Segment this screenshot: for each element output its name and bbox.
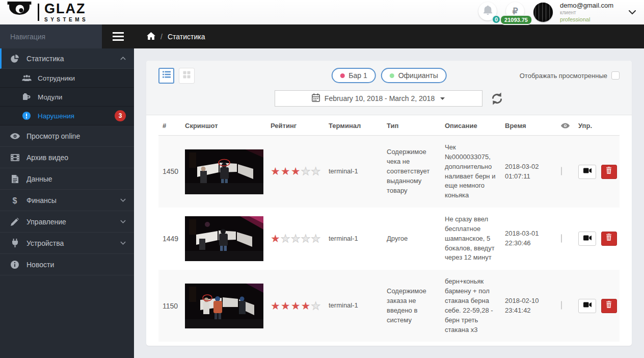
modules-icon [21, 93, 32, 100]
chevron-down-icon [120, 198, 126, 202]
sidebar-item-finances[interactable]: $ Финансы [0, 190, 134, 211]
rating-stars: ★★★★★ [271, 236, 321, 244]
breadcrumb-separator: / [160, 33, 163, 41]
violation-screenshot[interactable] [185, 149, 263, 194]
user-email: demo@gmail.com [560, 2, 613, 10]
violation-description: берн+коньяк бармену + пол стакана берна … [441, 270, 501, 342]
date-range-picker[interactable]: February 10, 2018 - March 2, 2018 [275, 90, 482, 107]
trash-icon [606, 234, 612, 244]
sidebar-item-employees[interactable]: Сотрудники [0, 69, 134, 88]
tag-color-dot [390, 73, 394, 78]
sidebar-item-news[interactable]: Новости [0, 254, 134, 275]
list-view-button[interactable] [158, 68, 174, 84]
violation-time: 2018-02-10 23:41:42 [501, 270, 557, 342]
grid-view-icon [183, 71, 191, 81]
sidebar-item-label: Нарушения [38, 112, 74, 120]
sidebar: Статистика Сотрудники [0, 48, 134, 358]
violation-type: Содержимое заказа не введено в систему [383, 270, 441, 342]
violations-table: # Скриншот Рейтинг Терминал Тип Описание… [158, 115, 620, 342]
list-view-icon [163, 71, 171, 80]
sidebar-item-label: Сотрудники [38, 74, 75, 82]
column-header-time: Время [501, 115, 557, 136]
delete-button[interactable] [601, 299, 617, 313]
column-header-actions: Упр. [574, 115, 620, 136]
refresh-button[interactable] [490, 92, 504, 106]
filters-panel: Бар 1 Официанты Отображать просмотренные [146, 61, 632, 115]
sidebar-nav-title: Навигация [0, 24, 102, 48]
table-header-row: # Скриншот Рейтинг Терминал Тип Описание… [158, 115, 620, 136]
sidebar-item-devices[interactable]: Устройства [0, 233, 134, 254]
violation-id: 1450 [158, 136, 181, 208]
filter-tag-waiters[interactable]: Официанты [381, 68, 447, 83]
video-camera-icon [583, 234, 592, 244]
sidebar-item-label: Статистика [26, 55, 64, 63]
sidebar-item-label: Данные [26, 175, 52, 183]
watch-video-button[interactable] [578, 299, 596, 313]
tag-label: Бар 1 [348, 71, 367, 80]
violation-terminal: terminal-1 [325, 208, 383, 270]
sidebar-item-online-view[interactable]: Просмотр online [0, 125, 134, 147]
sidebar-toggle-button[interactable] [102, 24, 134, 48]
sidebar-item-modules[interactable]: Модули [0, 88, 134, 107]
show-viewed-checkbox[interactable] [611, 71, 620, 80]
alert-icon [21, 112, 32, 120]
calendar-icon [312, 93, 320, 104]
tag-label: Официанты [398, 71, 438, 80]
balance-button[interactable]: ₽ 21093.75 [506, 2, 526, 22]
sidebar-item-label: Финансы [26, 196, 57, 204]
sidebar-item-statistics[interactable]: Статистика [0, 48, 134, 69]
breadcrumb-current: Статистика [168, 33, 205, 41]
violation-description: Не сразу ввел бесплатное шампанское, 5 б… [441, 208, 501, 270]
violation-id: 1449 [158, 208, 181, 270]
pencil-icon [10, 218, 20, 226]
violation-screenshot[interactable] [185, 216, 263, 261]
viewed-checkbox[interactable] [561, 301, 562, 310]
watch-video-button[interactable] [578, 232, 596, 246]
sidebar-item-label: Новости [26, 261, 54, 269]
sidebar-item-management[interactable]: Управление [0, 211, 134, 233]
table-row: 1449 [158, 208, 620, 270]
column-header-screenshot: Скриншот [181, 115, 266, 136]
user-avatar[interactable] [533, 3, 553, 22]
pie-chart-icon [10, 55, 20, 63]
violation-time: 2018-03-01 22:30:46 [501, 208, 557, 270]
violation-screenshot[interactable] [185, 284, 263, 328]
dollar-icon: $ [10, 196, 20, 205]
user-menu-chevron-down-icon[interactable] [629, 10, 636, 15]
top-header: GLAZ SYSTEMS 0 ₽ 21093.75 demo@gmail.com [0, 0, 644, 24]
caret-down-icon [440, 97, 445, 100]
delete-button[interactable] [601, 165, 617, 179]
viewed-checkbox[interactable] [561, 167, 562, 175]
violation-type: Другое [383, 208, 441, 270]
svg-text:$: $ [13, 196, 17, 204]
violations-count-badge: 3 [115, 110, 126, 121]
main-content: Бар 1 Официанты Отображать просмотренные [134, 48, 644, 358]
violations-card: Бар 1 Официанты Отображать просмотренные [146, 61, 632, 346]
column-header-rating: Рейтинг [266, 115, 325, 136]
viewed-column-eye-icon [561, 123, 570, 129]
sidebar-item-label: Просмотр online [26, 132, 80, 140]
show-viewed-label: Отображать просмотренные [520, 72, 607, 80]
brand-logo[interactable]: GLAZ SYSTEMS [0, 1, 88, 23]
filter-tag-bar1[interactable]: Бар 1 [331, 68, 375, 83]
rating-stars: ★★★★★ [271, 169, 321, 176]
sidebar-submenu-statistics: Сотрудники Модули [0, 69, 134, 125]
video-camera-icon [583, 167, 592, 176]
violation-description: Чек №0000033075, дополнительно наливает … [441, 136, 501, 208]
column-header-id: # [158, 115, 181, 136]
sidebar-item-label: Модули [38, 93, 62, 101]
sidebar-item-data[interactable]: Данные [0, 168, 134, 190]
bell-icon [484, 6, 492, 17]
trash-icon [606, 301, 612, 311]
viewed-checkbox[interactable] [561, 234, 562, 243]
chevron-down-icon [120, 241, 126, 245]
table-row: 1150 [158, 270, 620, 342]
delete-button[interactable] [601, 232, 617, 246]
column-header-type: Тип [383, 115, 441, 136]
sidebar-item-violations[interactable]: Нарушения 3 [0, 107, 134, 125]
grid-view-button[interactable] [179, 68, 195, 84]
home-icon[interactable] [147, 32, 155, 41]
notifications-button[interactable]: 0 [478, 2, 499, 22]
sidebar-item-video-archive[interactable]: Архив видео [0, 147, 134, 168]
watch-video-button[interactable] [578, 165, 596, 179]
